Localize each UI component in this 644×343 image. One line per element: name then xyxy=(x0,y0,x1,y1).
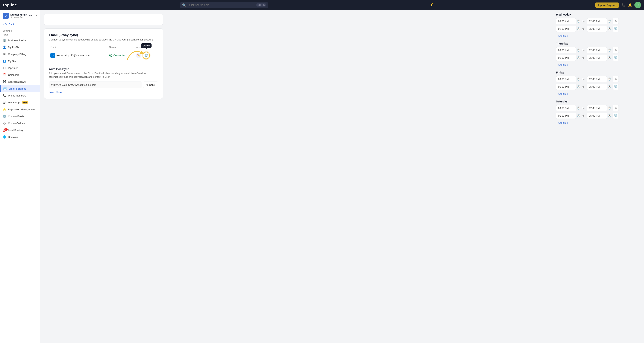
from-time-group: 🕐 xyxy=(556,26,580,32)
to-time-input[interactable] xyxy=(587,105,607,111)
to-time-input[interactable] xyxy=(587,18,607,24)
reputation-icon: ⭐ xyxy=(3,108,6,111)
delete-tooltip: Delete xyxy=(141,43,152,48)
clock-icon: 🕐 xyxy=(577,85,580,88)
to-time-group: 🕐 xyxy=(587,113,611,119)
to-label: to xyxy=(582,49,585,52)
sidebar-item-label: Lead Scoring xyxy=(8,129,23,132)
copy-time-button[interactable]: ⧉ xyxy=(612,105,619,111)
day-section-saturday: Saturday 🕐 to 🕐 ⧉ 🕐 to xyxy=(556,100,640,125)
nav-right: topline Support 📞 🔔 U xyxy=(595,2,641,8)
email-provider-icon: O xyxy=(50,53,55,58)
sidebar-item-reputation[interactable]: ⭐ Reputation Management xyxy=(0,106,40,113)
go-back-link[interactable]: < Go Back xyxy=(0,21,40,28)
to-time-group: 🕐 xyxy=(587,105,611,111)
day-label-thursday: Thursday xyxy=(556,42,640,45)
support-button[interactable]: topline Support xyxy=(595,3,619,8)
add-time-button-wednesday[interactable]: + Add time xyxy=(556,34,568,38)
sidebar-item-whatsapp[interactable]: 💬 WhatsApp beta xyxy=(0,99,40,106)
sidebar-item-custom-values[interactable]: ◎ Custom Values xyxy=(0,120,40,127)
sidebar-item-company-billing[interactable]: ⊞ Company Billing xyxy=(0,51,40,58)
copy-bcc-button[interactable]: ⧉ Copy xyxy=(143,82,158,88)
copy-time-button[interactable]: ⧉ xyxy=(612,76,619,82)
clock-icon: 🕐 xyxy=(608,49,611,52)
from-time-input[interactable] xyxy=(556,113,576,119)
to-time-input[interactable] xyxy=(587,76,607,82)
email-cell: O exampletop123@outlook.com xyxy=(49,50,108,61)
sidebar-item-phone-numbers[interactable]: 📞 Phone Numbers xyxy=(0,92,40,99)
sidebar-item-my-staff[interactable]: 👥 My Staff xyxy=(0,58,40,65)
sidebar-item-conversation-ai[interactable]: 💬 Conversation AI xyxy=(0,78,40,85)
from-time-group: 🕐 xyxy=(556,113,580,119)
sidebar-item-calendars[interactable]: 📅 Calendars xyxy=(0,71,40,78)
time-row: 🕐 to 🕐 ⧉ xyxy=(556,76,640,82)
to-time-input[interactable] xyxy=(587,26,607,32)
to-label: to xyxy=(582,78,585,81)
add-time-button-friday[interactable]: + Add time xyxy=(556,92,568,96)
clock-icon: 🕐 xyxy=(608,27,611,30)
sidebar-item-domains[interactable]: 🌐 Domains xyxy=(0,134,40,140)
to-time-group: 🕐 xyxy=(587,47,611,53)
learn-more-link[interactable]: Learn More xyxy=(49,91,62,94)
to-label: to xyxy=(582,28,585,30)
sidebar-item-my-profile[interactable]: 👤 My Profile xyxy=(0,44,40,51)
auto-bcc-desc: Add your smart Bcc address to the Cc or … xyxy=(49,71,158,79)
delete-time-button[interactable]: 🗑️ xyxy=(612,113,619,119)
copy-time-button[interactable]: ⧉ xyxy=(612,18,619,24)
from-time-input[interactable] xyxy=(556,47,576,53)
time-row: 🕐 to 🕐 🗑️ xyxy=(556,84,640,90)
day-section-friday: Friday 🕐 to 🕐 ⧉ 🕐 to xyxy=(556,71,640,96)
search-bar[interactable]: 🔍 Ctrl + K xyxy=(180,2,268,8)
phone-icon[interactable]: 📞 xyxy=(622,3,626,7)
delete-email-button[interactable]: 🗑️ xyxy=(142,52,150,59)
account-location: Scranton, PA xyxy=(10,16,32,19)
from-time-input[interactable] xyxy=(556,105,576,111)
bolt-icon[interactable]: ⚡ xyxy=(430,3,434,7)
sidebar-item-custom-fields[interactable]: ⚙️ Custom Fields xyxy=(0,113,40,120)
custom-values-icon: ◎ xyxy=(3,121,6,125)
sidebar-item-business-profile[interactable]: 🏢 Business Profile xyxy=(0,37,40,44)
edit-email-button[interactable]: ✏️ xyxy=(136,53,142,58)
sidebar-item-label: WhatsApp xyxy=(8,101,20,104)
top-card-partial xyxy=(44,14,163,25)
sidebar-item-label: Conversation AI xyxy=(8,80,26,83)
add-time-button-saturday[interactable]: + Add time xyxy=(556,121,568,125)
from-time-input[interactable] xyxy=(556,26,576,32)
clock-icon: 🕐 xyxy=(577,107,580,110)
delete-time-button[interactable]: 🗑️ xyxy=(612,84,619,90)
notification-icon[interactable]: 🔔 xyxy=(628,3,632,7)
to-time-input[interactable] xyxy=(587,84,607,90)
to-time-group: 🕐 xyxy=(587,26,611,32)
sidebar-item-label: Company Billing xyxy=(8,53,26,56)
auto-bcc-title: Auto Bcc Sync xyxy=(49,67,158,71)
search-icon: 🔍 xyxy=(182,3,186,7)
beta-badge: beta xyxy=(22,101,28,104)
sidebar-item-email-services[interactable]: ✉️ Email Services xyxy=(0,85,40,92)
avatar[interactable]: U xyxy=(634,2,641,8)
bcc-address-input[interactable] xyxy=(49,82,142,88)
section-divider xyxy=(49,64,158,64)
from-time-input[interactable] xyxy=(556,18,576,24)
sidebar-item-label: Custom Values xyxy=(8,122,25,125)
delete-time-button[interactable]: 🗑️ xyxy=(612,26,619,32)
sidebar-item-pipelines[interactable]: ⊟ Pipelines xyxy=(0,65,40,71)
email-sync-card: Email (2-way sync) Connect to sync incom… xyxy=(44,28,163,99)
email-address: exampletop123@outlook.com xyxy=(56,54,90,57)
from-time-input[interactable] xyxy=(556,55,576,61)
top-navigation: topline 🔍 Ctrl + K ⚡ topline Support 📞 🔔… xyxy=(0,0,644,10)
to-time-input[interactable] xyxy=(587,47,607,53)
main-content: Email (2-way sync) Connect to sync incom… xyxy=(40,10,552,343)
add-time-button-thursday[interactable]: + Add time xyxy=(556,63,568,67)
from-time-input[interactable] xyxy=(556,76,576,82)
to-time-input[interactable] xyxy=(587,55,607,61)
to-time-input[interactable] xyxy=(587,113,607,119)
settings-title: Settings xyxy=(0,28,40,33)
account-switcher[interactable]: D Dunder Mifflin [D... Scranton, PA ▾ xyxy=(0,10,40,21)
search-input[interactable] xyxy=(188,4,255,7)
sidebar-item-lead-scoring[interactable]: g. 4 Lead Scoring xyxy=(0,127,40,134)
from-time-input[interactable] xyxy=(556,84,576,90)
time-row: 🕐 to 🕐 ⧉ xyxy=(556,18,640,24)
time-row: 🕐 to 🕐 🗑️ xyxy=(556,113,640,119)
copy-time-button[interactable]: ⧉ xyxy=(612,47,619,53)
delete-time-button[interactable]: 🗑️ xyxy=(612,55,619,61)
